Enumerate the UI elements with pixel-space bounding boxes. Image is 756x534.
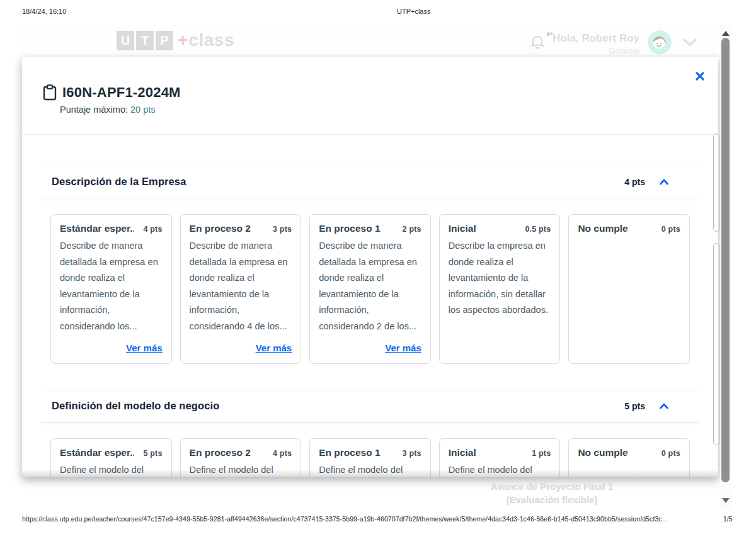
criterion-descripcion-empresa: Descripción de la Empresa 4 pts Estándar… xyxy=(41,166,699,390)
criterion-title: Descripción de la Empresa xyxy=(52,176,186,188)
close-button[interactable] xyxy=(693,69,707,83)
card-title: No cumple xyxy=(578,223,627,234)
rubric-card-estandar[interactable]: Estándar esper... 5 pts Define el modelo… xyxy=(50,438,172,477)
max-score: Puntaje máximo: 20 pts xyxy=(60,105,156,115)
account-menu-button[interactable] xyxy=(682,38,697,49)
rubric-card-inicial[interactable]: Inicial 0.5 pts Describe la empresa en d… xyxy=(439,214,561,364)
rubric-card-inicial[interactable]: Inicial 1 pts Define el modelo del xyxy=(439,438,561,477)
logo-class-text: class xyxy=(188,30,234,50)
rubric-card-en-proceso-2[interactable]: En proceso 2 4 pts Define el modelo del xyxy=(180,438,302,477)
card-description: Describe de manera detallada la empresa … xyxy=(190,238,292,334)
assignment-title-row: I60N-APF1-2024M xyxy=(43,84,181,101)
divider xyxy=(41,422,699,423)
card-points: 5 pts xyxy=(143,449,162,458)
avatar[interactable] xyxy=(648,30,672,54)
card-points: 0 pts xyxy=(662,449,680,458)
card-description: Define el modelo del xyxy=(449,462,551,477)
card-title: Estándar esper... xyxy=(60,223,134,234)
rubric-card-estandar[interactable]: Estándar esper... 4 pts Describe de mane… xyxy=(50,214,172,364)
clipboard-icon xyxy=(43,84,57,101)
chevron-up-icon[interactable] xyxy=(659,402,669,410)
print-footer-url: https://class.utp.edu.pe/teacher/courses… xyxy=(22,515,668,523)
app-header: U T P + class 9+ Hola, Robert Roy Docent… xyxy=(22,25,718,57)
rubric-card-no-cumple[interactable]: No cumple 0 pts xyxy=(568,438,690,477)
background-session-title: Avance de Proyecto Final 1 (Evaluación f… xyxy=(441,480,663,506)
card-points: 3 pts xyxy=(403,449,421,458)
card-description: Define el modelo del xyxy=(319,462,421,477)
logo-letter-p: P xyxy=(156,31,173,50)
max-score-value: 20 pts xyxy=(130,105,156,115)
logo-plus-sign: + xyxy=(178,30,188,50)
card-description: Define el modelo del xyxy=(190,462,292,477)
criterion-modelo-negocio: Definición del modelo de negocio 5 pts E… xyxy=(41,390,699,477)
ver-mas-link[interactable]: Ver más xyxy=(385,343,421,353)
close-icon xyxy=(695,71,705,81)
print-datetime: 18/4/24, 16:10 xyxy=(22,8,66,15)
rubric: Descripción de la Empresa 4 pts Estándar… xyxy=(41,166,699,477)
scrollbar-thumb[interactable] xyxy=(721,38,730,482)
rubric-level-cards: Estándar esper... 4 pts Describe de mane… xyxy=(50,214,690,364)
card-points: 0.5 pts xyxy=(525,225,551,234)
ver-mas-link[interactable]: Ver más xyxy=(256,343,292,353)
divider xyxy=(22,134,718,135)
card-title: No cumple xyxy=(578,447,627,458)
card-description: Describe la empresa en donde realiza el … xyxy=(449,238,551,319)
criterion-header[interactable]: Descripción de la Empresa 4 pts xyxy=(41,166,699,198)
logo-letter-t: T xyxy=(136,31,154,50)
card-points: 4 pts xyxy=(143,225,162,234)
card-title: En proceso 2 xyxy=(190,447,251,458)
browser-scrollbar[interactable] xyxy=(720,25,731,510)
max-score-label: Puntaje máximo: xyxy=(60,105,128,115)
utp-class-logo: U T P + class xyxy=(117,30,234,50)
user-role: Docente xyxy=(501,46,639,55)
scroll-up-icon[interactable] xyxy=(722,30,730,37)
card-title: Inicial xyxy=(449,223,476,234)
page: 18/4/24, 16:10 UTP+class U T P + class 9… xyxy=(0,0,756,534)
rubric-card-en-proceso-2[interactable]: En proceso 2 3 pts Describe de manera de… xyxy=(180,214,302,364)
scroll-down-icon[interactable] xyxy=(722,497,730,504)
logo-letter-u: U xyxy=(117,31,134,50)
user-greeting: Hola, Robert Roy xyxy=(501,32,639,45)
criterion-points: 5 pts xyxy=(624,401,645,411)
card-points: 4 pts xyxy=(273,449,292,458)
user-greeting-block: Hola, Robert Roy Docente xyxy=(501,32,639,55)
rubric-level-cards: Estándar esper... 5 pts Define el modelo… xyxy=(50,438,690,477)
card-description: Describe de manera detallada la empresa … xyxy=(60,238,163,334)
criterion-header[interactable]: Definición del modelo de negocio 5 pts xyxy=(41,390,699,422)
card-title: En proceso 2 xyxy=(190,223,251,234)
card-points: 2 pts xyxy=(403,225,421,234)
print-doc-title: UTP+class xyxy=(397,8,431,15)
print-footer-page: 1/5 xyxy=(723,515,733,523)
card-title: En proceso 1 xyxy=(319,223,380,234)
criterion-points: 4 pts xyxy=(624,177,645,187)
rubric-card-no-cumple[interactable]: No cumple 0 pts xyxy=(568,214,690,364)
card-points: 3 pts xyxy=(273,225,292,234)
ver-mas-link[interactable]: Ver más xyxy=(126,343,163,353)
rubric-modal: I60N-APF1-2024M Puntaje máximo: 20 pts D… xyxy=(22,57,718,477)
chevron-down-icon xyxy=(682,38,697,47)
criterion-title: Definición del modelo de negocio xyxy=(52,400,219,412)
rubric-card-en-proceso-1[interactable]: En proceso 1 2 pts Describe de manera de… xyxy=(309,214,431,364)
card-points: 1 pts xyxy=(532,449,551,458)
card-description: Describe de manera detallada la empresa … xyxy=(319,238,421,334)
divider xyxy=(41,198,699,198)
card-description: Define el modelo del xyxy=(60,462,163,477)
card-title: Inicial xyxy=(449,447,476,458)
rubric-card-en-proceso-1[interactable]: En proceso 1 3 pts Define el modelo del xyxy=(309,438,431,477)
chevron-up-icon[interactable] xyxy=(659,178,669,186)
assignment-title: I60N-APF1-2024M xyxy=(62,84,181,101)
modal-scroll-outline[interactable] xyxy=(713,134,719,232)
card-points: 0 pts xyxy=(662,225,680,234)
modal-scroll-outline[interactable] xyxy=(713,243,719,445)
card-title: En proceso 1 xyxy=(319,447,380,458)
card-title: Estándar esper... xyxy=(60,447,134,458)
